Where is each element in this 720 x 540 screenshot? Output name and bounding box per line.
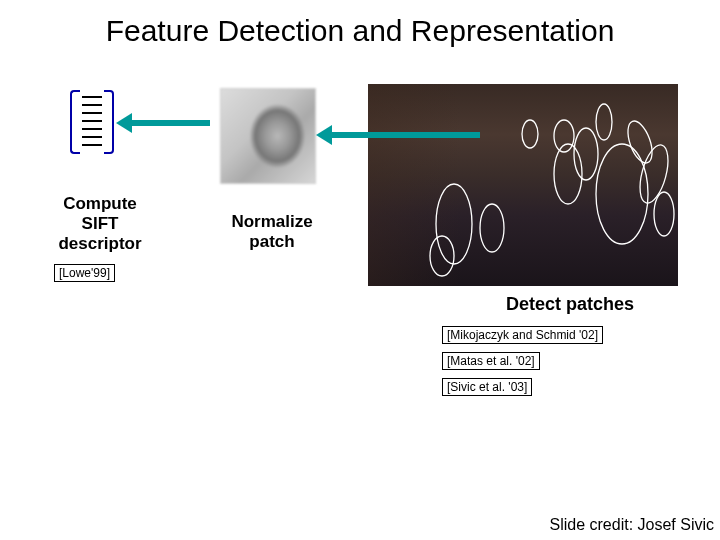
svg-point-6 — [574, 128, 598, 180]
svg-point-11 — [654, 192, 674, 236]
citation-lowe: [Lowe'99] — [54, 264, 115, 282]
citation-matas: [Matas et al. '02] — [442, 352, 540, 370]
svg-point-7 — [596, 104, 612, 140]
slide-credit: Slide credit: Josef Sivic — [549, 516, 714, 534]
svg-point-3 — [522, 120, 538, 148]
slide-title: Feature Detection and Representation — [0, 14, 720, 48]
svg-point-2 — [480, 204, 504, 252]
citation-mikojaczyk: [Mikojaczyk and Schmid '02] — [442, 326, 603, 344]
normalize-label: Normalize patch — [212, 212, 332, 252]
svg-point-1 — [430, 236, 454, 276]
svg-point-10 — [635, 142, 674, 206]
detect-label: Detect patches — [460, 294, 680, 315]
bracket-left-icon — [70, 90, 80, 154]
arrow-right-icon — [330, 132, 480, 138]
vector-lines-icon — [82, 96, 102, 152]
arrow-left-icon — [130, 120, 210, 126]
feature-ellipses-overlay — [368, 84, 678, 286]
bracket-right-icon — [104, 90, 114, 154]
normalized-patch-image — [220, 88, 316, 184]
sift-label: Compute SIFT descriptor — [40, 194, 160, 254]
slide: Feature Detection and Representation — [0, 0, 720, 540]
citation-sivic: [Sivic et al. '03] — [442, 378, 532, 396]
scene-image — [368, 84, 678, 286]
svg-point-4 — [554, 120, 574, 152]
sift-descriptor-icon — [70, 90, 114, 154]
